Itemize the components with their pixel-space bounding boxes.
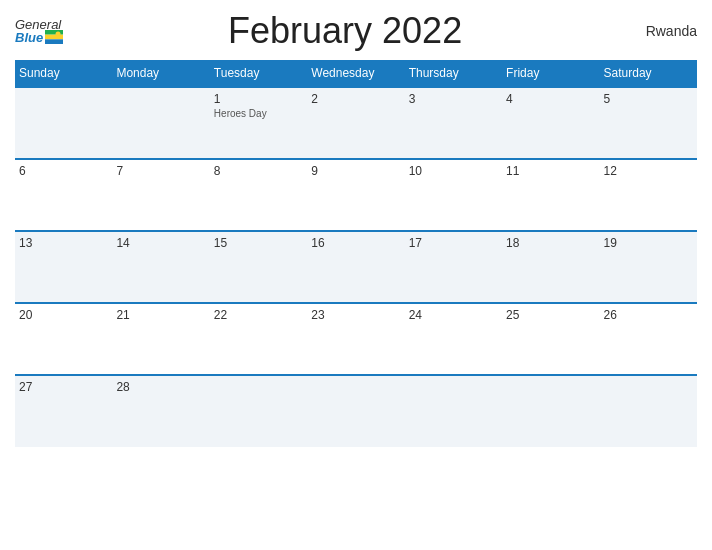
day-number: 19 bbox=[604, 236, 693, 250]
table-row: 25 bbox=[502, 303, 599, 375]
day-number: 1 bbox=[214, 92, 303, 106]
day-number: 26 bbox=[604, 308, 693, 322]
table-row bbox=[307, 375, 404, 447]
col-thursday: Thursday bbox=[405, 60, 502, 87]
day-number: 20 bbox=[19, 308, 108, 322]
logo: General Blue bbox=[15, 18, 63, 45]
svg-rect-2 bbox=[45, 39, 63, 44]
col-friday: Friday bbox=[502, 60, 599, 87]
table-row: 2 bbox=[307, 87, 404, 159]
calendar-country: Rwanda bbox=[627, 23, 697, 39]
day-number: 2 bbox=[311, 92, 400, 106]
day-number: 12 bbox=[604, 164, 693, 178]
table-row bbox=[600, 375, 697, 447]
day-number: 7 bbox=[116, 164, 205, 178]
table-row bbox=[112, 87, 209, 159]
table-row: 28 bbox=[112, 375, 209, 447]
table-row: 12 bbox=[600, 159, 697, 231]
calendar-header-row: Sunday Monday Tuesday Wednesday Thursday… bbox=[15, 60, 697, 87]
table-row: 19 bbox=[600, 231, 697, 303]
table-row: 6 bbox=[15, 159, 112, 231]
logo-flag-icon bbox=[45, 30, 63, 44]
col-saturday: Saturday bbox=[600, 60, 697, 87]
table-row: 10 bbox=[405, 159, 502, 231]
day-number: 22 bbox=[214, 308, 303, 322]
day-number: 3 bbox=[409, 92, 498, 106]
day-number: 16 bbox=[311, 236, 400, 250]
svg-point-4 bbox=[57, 32, 60, 35]
table-row: 15 bbox=[210, 231, 307, 303]
calendar-week-row: 1Heroes Day2345 bbox=[15, 87, 697, 159]
col-sunday: Sunday bbox=[15, 60, 112, 87]
table-row: 13 bbox=[15, 231, 112, 303]
logo-blue-text: Blue bbox=[15, 31, 43, 44]
day-number: 23 bbox=[311, 308, 400, 322]
table-row bbox=[15, 87, 112, 159]
table-row: 20 bbox=[15, 303, 112, 375]
col-monday: Monday bbox=[112, 60, 209, 87]
table-row: 14 bbox=[112, 231, 209, 303]
col-wednesday: Wednesday bbox=[307, 60, 404, 87]
day-number: 15 bbox=[214, 236, 303, 250]
table-row: 7 bbox=[112, 159, 209, 231]
table-row: 4 bbox=[502, 87, 599, 159]
day-number: 10 bbox=[409, 164, 498, 178]
calendar-week-row: 2728 bbox=[15, 375, 697, 447]
calendar-body: 1Heroes Day23456789101112131415161718192… bbox=[15, 87, 697, 447]
table-row bbox=[405, 375, 502, 447]
day-number: 5 bbox=[604, 92, 693, 106]
table-row: 18 bbox=[502, 231, 599, 303]
day-number: 8 bbox=[214, 164, 303, 178]
day-number: 6 bbox=[19, 164, 108, 178]
day-number: 9 bbox=[311, 164, 400, 178]
table-row: 24 bbox=[405, 303, 502, 375]
day-number: 17 bbox=[409, 236, 498, 250]
table-row: 26 bbox=[600, 303, 697, 375]
table-row: 27 bbox=[15, 375, 112, 447]
svg-rect-1 bbox=[45, 34, 63, 39]
day-number: 24 bbox=[409, 308, 498, 322]
col-tuesday: Tuesday bbox=[210, 60, 307, 87]
table-row: 16 bbox=[307, 231, 404, 303]
day-number: 13 bbox=[19, 236, 108, 250]
calendar-header: General Blue February 2022 Rwanda bbox=[15, 10, 697, 52]
table-row bbox=[210, 375, 307, 447]
table-row: 5 bbox=[600, 87, 697, 159]
table-row: 21 bbox=[112, 303, 209, 375]
day-number: 28 bbox=[116, 380, 205, 394]
table-row: 11 bbox=[502, 159, 599, 231]
table-row: 3 bbox=[405, 87, 502, 159]
calendar-title: February 2022 bbox=[63, 10, 627, 52]
calendar-week-row: 13141516171819 bbox=[15, 231, 697, 303]
day-number: 21 bbox=[116, 308, 205, 322]
table-row: 23 bbox=[307, 303, 404, 375]
holiday-label: Heroes Day bbox=[214, 108, 303, 119]
day-number: 4 bbox=[506, 92, 595, 106]
table-row bbox=[502, 375, 599, 447]
calendar-table: Sunday Monday Tuesday Wednesday Thursday… bbox=[15, 60, 697, 447]
table-row: 1Heroes Day bbox=[210, 87, 307, 159]
calendar-week-row: 20212223242526 bbox=[15, 303, 697, 375]
calendar-week-row: 6789101112 bbox=[15, 159, 697, 231]
table-row: 17 bbox=[405, 231, 502, 303]
day-number: 14 bbox=[116, 236, 205, 250]
calendar-wrapper: General Blue February 2022 Rwanda Sunday… bbox=[0, 0, 712, 550]
table-row: 9 bbox=[307, 159, 404, 231]
table-row: 8 bbox=[210, 159, 307, 231]
day-number: 11 bbox=[506, 164, 595, 178]
day-number: 27 bbox=[19, 380, 108, 394]
day-number: 18 bbox=[506, 236, 595, 250]
day-number: 25 bbox=[506, 308, 595, 322]
table-row: 22 bbox=[210, 303, 307, 375]
